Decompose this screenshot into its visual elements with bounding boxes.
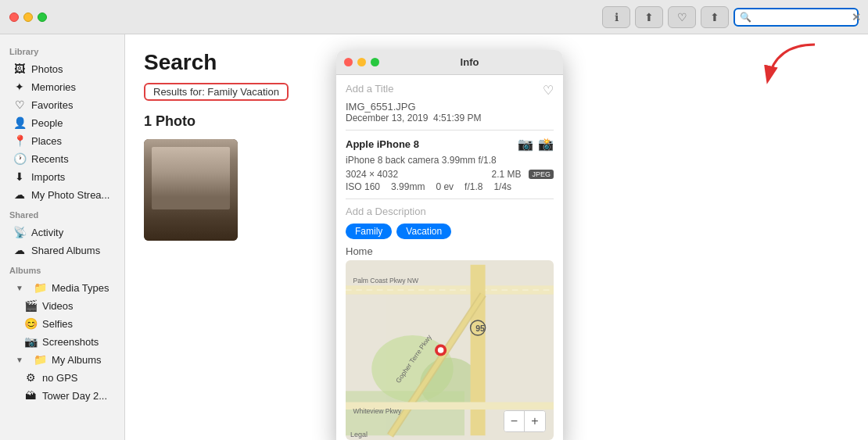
sidebar-item-label: Tower Day 2... [42,390,107,402]
videos-icon: 🎬 [23,299,38,312]
memories-icon: ✦ [13,80,27,93]
export-button[interactable]: ⬆︎ [701,6,729,28]
sidebar-item-screenshots[interactable]: 📷 Screenshots [3,333,121,350]
toolbar-buttons: ℹ ⬆ ♡ ⬆︎ 🔍 Family Vacation ✕ [602,6,859,28]
sidebar-item-label: My Photo Strea... [31,189,109,201]
sidebar-item-photos[interactable]: 🖼 Photos [3,60,121,77]
specs-row: 3024 × 4032 2.1 MB JPEG [346,169,554,180]
sidebar-item-imports[interactable]: ⬇ Imports [3,168,121,185]
sidebar-item-label: Memories [31,81,76,93]
sidebar-item-label: Shared Albums [31,245,100,256]
sidebar-item-label: Media Types [52,282,109,294]
panel-close-button[interactable] [344,58,353,66]
sidebar-item-label: Screenshots [42,336,99,348]
shutter-label: 1/4s [493,181,511,192]
titlebar: ℹ ⬆ ♡ ⬆︎ 🔍 Family Vacation ✕ [0,0,868,34]
no-gps-icon: ⚙ [23,371,38,384]
share-button[interactable]: ⬆ [635,6,663,28]
sidebar-item-label: People [31,117,63,129]
sidebar-item-photostream[interactable]: ☁ My Photo Strea... [3,186,121,203]
device-name: Apple iPhone 8 [346,138,419,150]
sidebar-item-no-gps[interactable]: ⚙ no GPS [3,369,121,386]
dimensions-label: 3024 × 4032 [346,169,398,180]
camera2-icon: 📸 [538,137,554,152]
sidebar-item-label: no GPS [42,372,78,384]
heart-button[interactable]: ♡ [668,6,696,28]
tag-family[interactable]: Family [346,224,392,239]
filesize-label: 2.1 MB [491,169,521,180]
results-badge: Results for: Family Vacation [144,83,289,101]
shared-section-label: Shared [0,204,124,223]
sidebar-item-label: Photos [31,63,63,75]
sidebar-item-my-albums[interactable]: ▼ 📁 My Albums [3,351,121,368]
sidebar-item-label: Places [31,135,62,147]
device-row: Apple iPhone 8 📷 📸 [346,137,554,152]
photo-thumbnail[interactable] [144,139,238,241]
camera-icon: 📷 [518,137,533,152]
location-label: Home [346,245,554,257]
info-panel: Info Add a Title ♡ IMG_6551.JPG December… [336,50,563,440]
camera-icons: 📷 📸 [518,137,554,152]
sidebar-item-places[interactable]: 📍 Places [3,132,121,149]
people-icon: 👤 [13,116,27,129]
info-title-row: Add a Title ♡ [346,83,554,98]
zoom-in-button[interactable]: + [525,411,545,431]
places-icon: 📍 [13,134,27,147]
date-label: December 13, 2019 4:51:39 PM [346,113,554,123]
svg-rect-7 [471,265,486,436]
library-section-label: Library [0,41,124,59]
expand-icon: ▼ [13,284,27,292]
svg-text:Palm Coast Pkwy NW: Palm Coast Pkwy NW [353,277,420,284]
albums-section-label: Albums [0,259,124,278]
search-input[interactable]: Family Vacation [755,11,848,23]
info-button[interactable]: ℹ [602,6,630,28]
info-panel-title: Info [384,56,555,68]
sidebar-item-label: Videos [42,300,74,312]
traffic-lights [9,13,47,22]
favorites-icon: ♡ [13,98,27,111]
sidebar-item-memories[interactable]: ✦ Memories [3,78,121,95]
description-field[interactable]: Add a Description [346,206,554,217]
sidebar-item-label: Activity [31,227,63,238]
sidebar-item-selfies[interactable]: 😊 Selfies [3,315,121,332]
map-legal-label: Legal [350,431,368,438]
content-area: Search Results for: Family Vacation 1 Ph… [125,34,868,440]
photos-icon: 🖼 [13,63,27,75]
photostream-icon: ☁ [13,188,27,201]
filename-label: IMG_6551.JPG [346,101,554,113]
minimize-button[interactable] [23,13,33,22]
sidebar-item-tower-day[interactable]: 🏔 Tower Day 2... [3,387,121,404]
add-title-field[interactable]: Add a Title [346,83,393,95]
tag-vacation[interactable]: Vacation [396,224,451,239]
svg-text:Whiteview Pkwy: Whiteview Pkwy [353,407,402,415]
photo-image [144,139,238,241]
sidebar-item-activity[interactable]: 📡 Activity [3,224,121,241]
recents-icon: 🕐 [13,152,27,165]
sidebar-item-videos[interactable]: 🎬 Videos [3,297,121,314]
zoom-out-button[interactable]: − [504,411,525,431]
iso-label: ISO 160 [346,181,380,192]
sidebar-item-label: My Albums [52,354,102,366]
search-box[interactable]: 🔍 Family Vacation ✕ [733,8,859,27]
heart-icon[interactable]: ♡ [543,83,554,98]
focal-length-label: 3.99mm [391,181,425,192]
format-badge: JPEG [529,170,554,179]
media-types-icon: 📁 [33,281,47,294]
sidebar-item-label: Recents [31,153,69,165]
sidebar-item-favorites[interactable]: ♡ Favorites [3,96,121,113]
sidebar-item-media-types[interactable]: ▼ 📁 Media Types [3,279,121,296]
screenshots-icon: 📷 [23,335,38,348]
aperture-label: f/1.8 [464,181,482,192]
close-button[interactable] [9,13,19,22]
sidebar-item-recents[interactable]: 🕐 Recents [3,150,121,167]
maximize-button[interactable] [38,13,47,22]
sidebar-item-people[interactable]: 👤 People [3,114,121,131]
search-clear-button[interactable]: ✕ [852,11,861,23]
imports-icon: ⬇ [13,170,27,183]
map-container[interactable]: 95 Palm Coast Pkwy NW Whiteview Pkwy Gop… [346,260,554,440]
sidebar-item-shared-albums[interactable]: ☁ Shared Albums [3,241,121,259]
sidebar-item-label: Imports [31,171,65,183]
panel-minimize-button[interactable] [357,58,366,66]
panel-zoom-button[interactable] [371,58,379,66]
sidebar-item-label: Favorites [31,99,73,111]
